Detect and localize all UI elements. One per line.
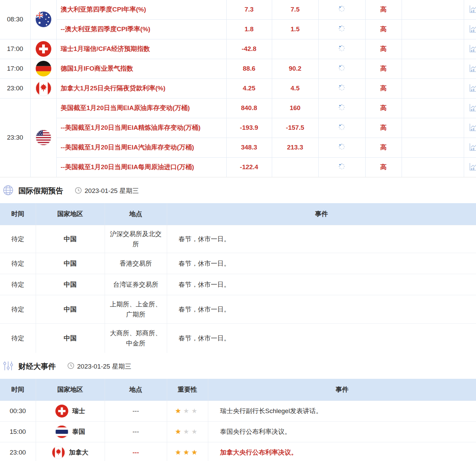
section-title: 财经大事件: [18, 361, 56, 372]
bar-line-chart-icon[interactable]: [464, 118, 476, 138]
holiday-row: 待定 中国 台湾证券交易所 春节，休市一日。: [0, 274, 476, 295]
switzerland-flag-icon: [30, 39, 56, 59]
forecast-value: -157.5: [272, 118, 318, 138]
previous-value: 348.3: [226, 138, 272, 157]
star-icon: ★: [183, 428, 191, 435]
event-name: --美国截至1月20日当周EIA汽油库存变动(万桶): [56, 138, 226, 157]
economic-calendar-page: 08:30 澳大利亚第四季度CPI年率(%) 7.3 7.5 高 --澳大利亚第…: [0, 0, 476, 461]
table-row: 08:30 澳大利亚第四季度CPI年率(%) 7.3 7.5 高: [0, 0, 476, 19]
event-name: --美国截至1月20日当周EIA每周原油进口(万桶): [56, 157, 226, 177]
canada-flag-icon: [52, 446, 65, 459]
bull-bear-cell: [402, 157, 464, 177]
holiday-time: 待定: [0, 274, 36, 295]
event-place: ---: [105, 401, 167, 421]
holiday-row: 待定 中国 上期所、上金所、广期所 春节，休市一日。: [0, 295, 476, 324]
country-name: 泰国: [72, 427, 85, 437]
bar-line-chart-icon[interactable]: [464, 138, 476, 157]
holiday-time: 待定: [0, 324, 36, 353]
forecast-value: 90.2: [272, 59, 318, 78]
section-title: 国际假期预告: [18, 186, 63, 196]
importance-stars: ★★★: [167, 442, 208, 461]
australia-flag-icon: [30, 0, 56, 39]
star-icon: ★: [175, 428, 183, 435]
loading-spinner-icon: [318, 19, 365, 39]
holiday-place: 沪深交易所及北交所: [105, 225, 167, 253]
bull-bear-cell: [402, 0, 464, 19]
col-header-place: 地点: [105, 379, 167, 401]
table-row: --美国截至1月20日当周EIA精炼油库存变动(万桶) -193.9 -157.…: [0, 118, 476, 138]
event-text: 加拿大央行公布利率决议。: [208, 442, 476, 461]
col-header-time: 时间: [0, 203, 36, 225]
economic-data-table-wrap: 08:30 澳大利亚第四季度CPI年率(%) 7.3 7.5 高 --澳大利亚第…: [0, 0, 476, 177]
bar-line-chart-icon[interactable]: [464, 39, 476, 59]
event-text: 瑞士央行副行长Schlegel发表讲话。: [208, 401, 476, 421]
forecast-value: 213.3: [272, 138, 318, 157]
event-name: --美国截至1月20日当周EIA精炼油库存变动(万桶): [56, 118, 226, 138]
time-cell: 17:00: [0, 59, 30, 78]
importance-label: 高: [365, 19, 402, 39]
globe-icon: [3, 185, 14, 197]
bull-bear-cell: [402, 98, 464, 118]
bull-bear-cell: [402, 39, 464, 59]
country-name: 加拿大: [69, 447, 88, 458]
forecast-value: 7.5: [272, 0, 318, 19]
event-country: 泰国: [36, 421, 105, 442]
holiday-region: 中国: [36, 324, 105, 353]
previous-value: -193.9: [226, 118, 272, 138]
time-cell: 23:30: [0, 98, 30, 177]
holiday-region: 中国: [36, 274, 105, 295]
table-row: --澳大利亚第四季度CPI季率(%) 1.8 1.5 高: [0, 19, 476, 39]
importance-label: 高: [365, 98, 402, 118]
forecast-value: [272, 157, 318, 177]
economic-data-table: 08:30 澳大利亚第四季度CPI年率(%) 7.3 7.5 高 --澳大利亚第…: [0, 0, 476, 177]
col-header-place: 地点: [105, 203, 167, 225]
event-name: 德国1月IFO商业景气指数: [56, 59, 226, 78]
holiday-time: 待定: [0, 253, 36, 274]
date-group: 2023-01-25 星期三: [67, 362, 131, 371]
event-place: ---: [105, 442, 167, 461]
forecast-value: 4.5: [272, 78, 318, 98]
loading-spinner-icon: [318, 0, 365, 19]
table-row: 23:30 美国截至1月20日当周EIA原油库存变动(万桶) 840.8 160…: [0, 98, 476, 118]
forecast-value: 1.5: [272, 19, 318, 39]
star-icon: ★: [183, 449, 191, 456]
events-section-header: 财经大事件 2023-01-25 星期三: [0, 353, 476, 379]
holiday-event: 春节，休市一日。: [167, 225, 476, 253]
table-row: 17:00 德国1月IFO商业景气指数 88.6 90.2 高: [0, 59, 476, 78]
loading-spinner-icon: [318, 98, 365, 118]
star-icon: ★: [192, 407, 200, 414]
table-row: 23:00 加拿大1月25日央行隔夜贷款利率(%) 4.25 4.5 高: [0, 78, 476, 98]
forecast-value: [272, 39, 318, 59]
bar-line-chart-icon[interactable]: [464, 59, 476, 78]
bar-line-chart-icon[interactable]: [464, 0, 476, 19]
holiday-event: 春节，休市一日。: [167, 295, 476, 324]
loading-spinner-icon: [318, 39, 365, 59]
event-text: 泰国央行公布利率决议。: [208, 421, 476, 442]
holiday-table: 时间 国家地区 地点 事件 待定 中国 沪深交易所及北交所 春节，休市一日。 待…: [0, 203, 476, 353]
bar-line-chart-icon[interactable]: [464, 78, 476, 98]
event-name: --澳大利亚第四季度CPI季率(%): [56, 19, 226, 39]
clock-icon: [67, 362, 74, 371]
star-icon: ★: [192, 428, 200, 435]
loading-spinner-icon: [318, 138, 365, 157]
bar-line-chart-icon[interactable]: [464, 98, 476, 118]
col-header-region: 国家地区: [36, 203, 105, 225]
event-time: 15:00: [0, 421, 36, 442]
forecast-value: 160: [272, 98, 318, 118]
bar-line-chart-icon[interactable]: [464, 19, 476, 39]
time-cell: 08:30: [0, 0, 30, 39]
section-date: 2023-01-25 星期三: [85, 187, 139, 195]
holiday-place: 上期所、上金所、广期所: [105, 295, 167, 324]
thailand-flag-icon: [55, 425, 68, 438]
previous-value: 4.25: [226, 78, 272, 98]
sliders-icon: [3, 360, 14, 373]
bar-line-chart-icon[interactable]: [464, 157, 476, 177]
canada-flag-icon: [30, 78, 56, 98]
previous-value: 7.3: [226, 0, 272, 19]
table-row: 17:00 瑞士1月瑞信/CFA经济预期指数 -42.8 高: [0, 39, 476, 59]
event-time: 00:30: [0, 401, 36, 421]
holiday-time: 待定: [0, 295, 36, 324]
holiday-region: 中国: [36, 295, 105, 324]
holiday-row: 待定 中国 沪深交易所及北交所 春节，休市一日。: [0, 225, 476, 253]
bull-bear-cell: [402, 19, 464, 39]
